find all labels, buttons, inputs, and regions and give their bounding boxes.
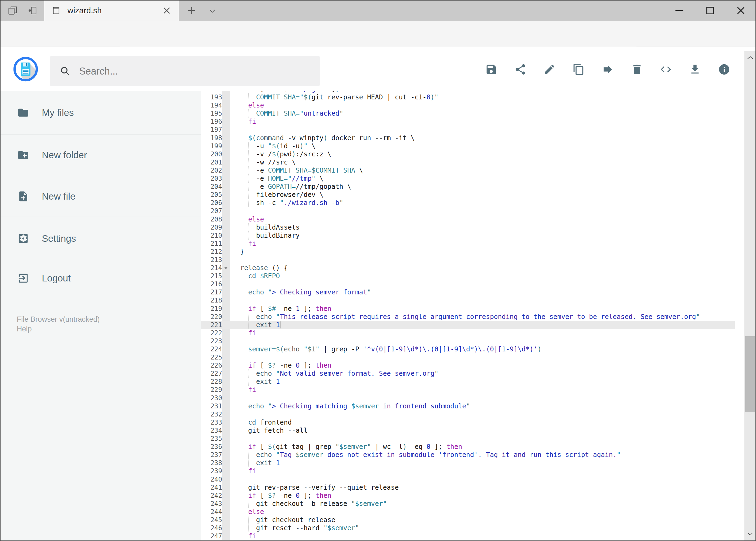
code-line[interactable]: 224 semver=$(echo "$1" | grep -P '^v(0|[…: [201, 345, 735, 353]
code-line[interactable]: 220 echo "This release script requires a…: [201, 313, 735, 321]
code-text: git rev-parse --verify --quiet release: [240, 483, 735, 492]
window-minimize-button[interactable]: [673, 5, 685, 16]
browser-tab-bar: wizard.sh: [0, 0, 756, 21]
code-line[interactable]: 207: [201, 207, 735, 215]
fold-marker-icon[interactable]: [224, 267, 228, 269]
sidebar-item-settings[interactable]: Settings: [0, 232, 201, 246]
delete-button[interactable]: [631, 63, 643, 76]
code-line[interactable]: 194 else: [201, 101, 735, 109]
indent-guide: [248, 183, 249, 191]
sidebar-item-logout[interactable]: Logout: [0, 271, 201, 285]
code-line[interactable]: 245 git checkout release: [201, 516, 735, 524]
code-line[interactable]: 231 echo "> Checking matching $semver in…: [201, 402, 735, 410]
gutter: [222, 215, 230, 224]
code-line[interactable]: 216: [201, 280, 735, 288]
line-number: 221: [201, 321, 222, 329]
code-line[interactable]: 239 fi: [201, 467, 735, 475]
code-line[interactable]: 233 cd frontend: [201, 418, 735, 426]
code-line[interactable]: 192 if [ -d "$REPO/.git" ]; then: [201, 91, 735, 93]
code-line[interactable]: 237 echo "Tag $semver does not exist in …: [201, 451, 735, 459]
code-line[interactable]: 221 exit 1: [201, 321, 735, 329]
code-line[interactable]: 205 filebrowser/dev \: [201, 191, 735, 199]
code-line[interactable]: 232: [201, 410, 735, 418]
code-line[interactable]: 219 if [ $# -ne 1 ]; then: [201, 305, 735, 313]
save-button[interactable]: [485, 63, 497, 76]
code-line[interactable]: 223: [201, 337, 735, 345]
code-line[interactable]: 218: [201, 296, 735, 304]
code-line[interactable]: 211 fi: [201, 240, 735, 248]
code-line[interactable]: 199 -u "$(id -u)" \: [201, 142, 735, 150]
tab-list-chevron-icon[interactable]: [208, 7, 217, 15]
code-line[interactable]: 215 cd $REPO: [201, 272, 735, 280]
code-line[interactable]: 203 -e HOME="//tmp" \: [201, 175, 735, 183]
sidebar-item-my-files[interactable]: My files: [0, 106, 201, 120]
code-line[interactable]: 195 COMMIT_SHA="untracked": [201, 109, 735, 118]
move-button[interactable]: [602, 63, 614, 76]
window-maximize-button[interactable]: [704, 5, 716, 16]
editor-button[interactable]: [660, 63, 672, 76]
code-line[interactable]: 235: [201, 435, 735, 443]
code-line[interactable]: 196 fi: [201, 118, 735, 126]
sidebar-item-new-file[interactable]: New file: [0, 189, 201, 204]
create-new-folder-icon: [17, 149, 29, 161]
page-scrollbar[interactable]: [744, 51, 756, 540]
scroll-down-icon[interactable]: [747, 530, 754, 538]
download-button[interactable]: [689, 63, 701, 76]
tab-preview-icon[interactable]: [8, 5, 18, 16]
info-button[interactable]: [718, 63, 730, 76]
code-line[interactable]: 243 git checkout -b release "$semver": [201, 500, 735, 508]
help-link[interactable]: Help: [17, 325, 32, 333]
gutter: [222, 426, 230, 435]
set-aside-tabs-icon[interactable]: [27, 5, 37, 16]
code-line[interactable]: 200 -v /$(pwd):/src:z \: [201, 150, 735, 158]
new-tab-button[interactable]: [187, 6, 196, 15]
code-line[interactable]: 246 git reset --hard "$semver": [201, 524, 735, 532]
code-line[interactable]: 236 if [ $(git tag | grep "$semver" | wc…: [201, 443, 735, 451]
code-line[interactable]: 206 sh -c "./wizard.sh -b": [201, 199, 735, 207]
code-editor[interactable]: 192 if [ -d "$REPO/.git" ]; then193 COMM…: [201, 91, 735, 541]
code-line[interactable]: 212}: [201, 248, 735, 256]
search-input[interactable]: [79, 56, 312, 87]
code-line[interactable]: 204 -e GOPATH=//tmp/gopath \: [201, 183, 735, 191]
code-line[interactable]: 201 -w //src \: [201, 158, 735, 166]
code-line[interactable]: 241 git rev-parse --verify --quiet relea…: [201, 483, 735, 492]
browser-tab[interactable]: wizard.sh: [44, 0, 179, 21]
scrollbar-thumb[interactable]: [745, 336, 755, 412]
sidebar-item-new-folder[interactable]: New folder: [0, 148, 201, 162]
scroll-up-icon[interactable]: [747, 54, 754, 61]
code-line[interactable]: 225: [201, 353, 735, 361]
tab-title: wizard.sh: [68, 0, 102, 21]
code-line[interactable]: 210 buildBinary: [201, 232, 735, 240]
code-line[interactable]: 208 else: [201, 215, 735, 224]
code-line[interactable]: 193 COMMIT_SHA="$(git rev-parse HEAD | c…: [201, 93, 735, 101]
copy-button[interactable]: [573, 63, 585, 76]
code-line[interactable]: 230: [201, 394, 735, 402]
code-line[interactable]: 242 if [ $? -ne 0 ]; then: [201, 492, 735, 500]
code-line[interactable]: 240: [201, 475, 735, 483]
code-line[interactable]: 202 -e COMMIT_SHA=$COMMIT_SHA \: [201, 166, 735, 175]
code-line[interactable]: 222 fi: [201, 329, 735, 337]
search-box[interactable]: [50, 56, 320, 86]
gutter: [222, 377, 230, 386]
code-line[interactable]: 227 echo "Not valid semver format. See s…: [201, 369, 735, 377]
code-line[interactable]: 238 exit 1: [201, 459, 735, 467]
code-line[interactable]: 209 buildAssets: [201, 224, 735, 232]
filebrowser-logo[interactable]: [13, 56, 38, 82]
code-line[interactable]: 247 fi: [201, 532, 735, 540]
code-line[interactable]: 244 else: [201, 508, 735, 516]
share-button[interactable]: [514, 63, 527, 76]
code-line[interactable]: 226 if [ $? -ne 0 ]; then: [201, 361, 735, 369]
gutter: [222, 199, 230, 207]
code-line[interactable]: 229 fi: [201, 386, 735, 394]
window-close-button[interactable]: [735, 5, 747, 16]
rename-button[interactable]: [543, 63, 556, 76]
code-line[interactable]: 197: [201, 126, 735, 134]
code-line[interactable]: 214release () {: [201, 264, 735, 272]
code-line[interactable]: 234 git fetch --all: [201, 426, 735, 435]
code-line[interactable]: 217 echo "> Checking semver format": [201, 288, 735, 296]
code-line[interactable]: 213: [201, 256, 735, 264]
tab-close-icon[interactable]: [162, 6, 172, 15]
code-text: echo "> Checking semver format": [240, 288, 735, 296]
code-line[interactable]: 198 $(command -v winpty) docker run --rm…: [201, 134, 735, 142]
code-line[interactable]: 228 exit 1: [201, 377, 735, 386]
